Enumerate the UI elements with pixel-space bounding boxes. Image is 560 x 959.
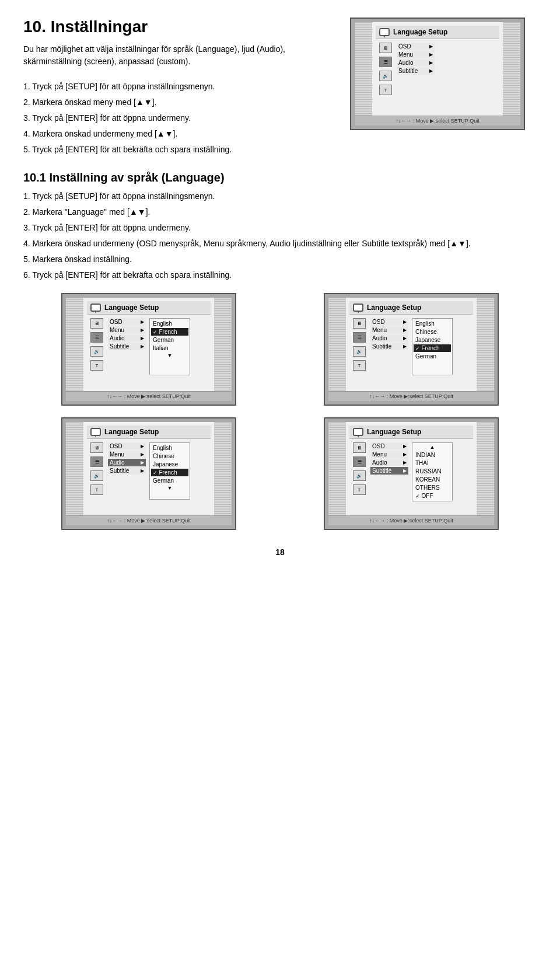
sub-4-up-arrow: ▲ <box>414 444 451 450</box>
section2-title: 10.1 Inställning av språk (Language) <box>23 171 537 184</box>
top-ui-menu-area: 🖥 ☰ 🔊 T OSD ▶ Menu ▶ <box>376 39 499 103</box>
right-dots-3 <box>214 422 232 525</box>
menu-audio-arrow: ▶ <box>429 60 433 65</box>
screen-bottom-2-sidebar: 🖥 ☰ 🔊 T <box>353 318 366 375</box>
speech-bubble-icon-4 <box>353 428 363 436</box>
step2-4: 4. Markera önskad undermeny (OSD menyspr… <box>23 238 537 250</box>
menu-menu-label: Menu <box>398 51 413 58</box>
sub-3-chinese: Chinese <box>151 452 188 460</box>
screen-bottom-2-menu-area: 🖥 ☰ 🔊 T OSD ▶ Menu ▶ <box>349 315 473 379</box>
screen-bottom-2-wrapper: Language Setup 🖥 ☰ 🔊 T OSD ▶ <box>286 293 537 406</box>
screen-bottom-3-wrapper: Language Setup 🖥 ☰ 🔊 T OSD ▶ <box>23 417 274 530</box>
screen-bottom-1-submenu: English French German Italian ▼ <box>149 318 190 375</box>
screen-bottom-3-title: Language Setup <box>104 428 159 436</box>
menu-3-menu: Menu ▶ <box>108 451 146 458</box>
top-ui-screen: Language Setup 🖥 ☰ 🔊 T OSD ▶ <box>350 18 525 130</box>
sub-1-italian: Italian <box>151 344 188 352</box>
step2-5: 5. Markera önskad inställning. <box>23 253 537 266</box>
icon-audio-2: 🔊 <box>353 346 366 357</box>
menu-menu: Menu ▶ <box>397 51 435 58</box>
step-2: 2. Markera önskad meny med [▲▼]. <box>23 96 332 109</box>
screen-bottom-4-titlebar: Language Setup <box>349 426 473 439</box>
icon-audio-3: 🔊 <box>90 470 103 481</box>
screen-bottom-4-menu-area: 🖥 ☰ 🔊 T OSD ▶ Menu ▶ <box>349 439 473 505</box>
menu-4-osd: OSD ▶ <box>370 442 408 450</box>
screen-bottom-1-inner: Language Setup 🖥 ☰ 🔊 T OSD ▶ <box>62 294 235 404</box>
top-ui-titlebar: Language Setup <box>376 26 499 39</box>
screen-bottom-1-menulist: OSD ▶ Menu ▶ Audio ▶ <box>108 318 146 375</box>
sub-3-french: French <box>151 469 188 476</box>
icon-monitor-1: 🖥 <box>90 318 103 329</box>
speech-bubble-icon-3 <box>90 428 101 436</box>
icon-menu-1: ☰ <box>90 332 103 343</box>
menu-2-osd: OSD ▶ <box>370 318 408 326</box>
icon-monitor-4: 🖥 <box>353 442 366 453</box>
screen-bottom-3-titlebar: Language Setup <box>87 426 211 439</box>
menu-osd-label: OSD <box>398 43 411 50</box>
menu-4-audio: Audio ▶ <box>370 459 408 466</box>
right-dots-2 <box>477 298 494 401</box>
step-3: 3. Tryck på [ENTER] för att öppna underm… <box>23 112 332 124</box>
top-sidebar-icons: 🖥 ☰ 🔊 T <box>379 43 392 100</box>
menu-1-menu: Menu ▶ <box>108 326 146 334</box>
screen-bottom-4-menulist: OSD ▶ Menu ▶ Audio ▶ <box>370 442 408 501</box>
sub-1-down-arrow: ▼ <box>151 353 188 358</box>
page-title: 10. Inställningar <box>23 18 332 36</box>
left-dots-2 <box>328 298 346 401</box>
sub-3-japanese: Japanese <box>151 461 188 468</box>
icon-monitor-3: 🖥 <box>90 442 103 453</box>
screen-bottom-2-title: Language Setup <box>367 304 421 312</box>
screen-bottom-1-sidebar: 🖥 ☰ 🔊 T <box>90 318 103 375</box>
screen-bottom-3-menu-area: 🖥 ☰ 🔊 T OSD ▶ Menu ▶ <box>87 439 211 503</box>
icon-menu: ☰ <box>379 57 392 67</box>
icon-audio-4: 🔊 <box>353 470 366 481</box>
screen-bottom-3-submenu: English Chinese Japanese French German ▼ <box>149 442 190 500</box>
screen-bottom-4-submenu: ▲ INDIAN THAI RUSSIAN KOREAN OTHERS OFF <box>412 442 453 501</box>
menu-subtitle-arrow: ▶ <box>429 68 433 74</box>
step2-1: 1. Tryck på [SETUP] för att öppna instäl… <box>23 190 537 203</box>
top-ui-screen-inner: Language Setup 🖥 ☰ 🔊 T OSD ▶ <box>351 19 524 129</box>
menu-2-menu: Menu ▶ <box>370 326 408 334</box>
menu-4-subtitle: Subtitle ▶ <box>370 467 408 475</box>
screen-bottom-4-content: Language Setup 🖥 ☰ 🔊 T OSD ▶ <box>346 422 477 515</box>
screen-bottom-1-content: Language Setup 🖥 ☰ 🔊 T OSD ▶ <box>83 298 214 391</box>
screen-bottom-3-inner: Language Setup 🖥 ☰ 🔊 T OSD ▶ <box>62 419 235 529</box>
icon-menu-4: ☰ <box>353 456 366 467</box>
screen-bottom-2-submenu: English Chinese Japanese French German <box>412 318 453 375</box>
speech-bubble-icon <box>379 28 390 36</box>
speech-bubble-icon-1 <box>90 304 101 312</box>
top-ui-content: Language Setup 🖥 ☰ 🔊 T OSD ▶ <box>372 22 503 116</box>
screen-bottom-4-statusbar: ↑↓←→ : Move ▶:select SETUP:Quit <box>328 515 494 525</box>
icon-sub: T <box>379 85 392 95</box>
menu-2-audio: Audio ▶ <box>370 334 408 342</box>
screen-bottom-4: Language Setup 🖥 ☰ 🔊 T OSD ▶ <box>324 417 499 530</box>
screen-bottom-3-sidebar: 🖥 ☰ 🔊 T <box>90 442 103 500</box>
menu-2-subtitle: Subtitle ▶ <box>370 343 408 350</box>
icon-menu-2: ☰ <box>353 332 366 343</box>
menu-audio-label: Audio <box>398 60 414 66</box>
screen-bottom-1: Language Setup 🖥 ☰ 🔊 T OSD ▶ <box>61 293 236 406</box>
step-1: 1. Tryck på [SETUP] för att öppna instäl… <box>23 81 332 93</box>
screen-bottom-2-inner: Language Setup 🖥 ☰ 🔊 T OSD ▶ <box>325 294 498 404</box>
speech-bubble-icon-2 <box>353 304 363 312</box>
menu-1-subtitle: Subtitle ▶ <box>108 343 146 350</box>
screen-bottom-2-menulist: OSD ▶ Menu ▶ Audio ▶ <box>370 318 408 375</box>
sub-4-off: OFF <box>414 492 451 500</box>
right-dots-1 <box>214 298 232 401</box>
top-statusbar: ↑↓←→ : Move ▶:select SETUP:Quit <box>355 116 520 125</box>
sub-4-russian: RUSSIAN <box>414 468 451 475</box>
icon-sub-1: T <box>90 360 103 371</box>
sub-2-english: English <box>414 320 451 327</box>
right-dots <box>503 22 520 125</box>
sub-2-japanese: Japanese <box>414 336 451 344</box>
menu-3-osd: OSD ▶ <box>108 442 146 450</box>
step2-2: 2. Markera "Language" med [▲▼]. <box>23 206 537 218</box>
top-text: 10. Inställningar Du har möjlighet att v… <box>23 18 332 159</box>
icon-sub-4: T <box>353 484 366 495</box>
screen-bottom-4-title: Language Setup <box>367 428 421 436</box>
screen-bottom-3-statusbar: ↑↓←→ : Move ▶:select SETUP:Quit <box>66 515 232 525</box>
menu-subtitle: Subtitle ▶ <box>397 67 435 75</box>
step2-3: 3. Tryck på [ENTER] för att öppna underm… <box>23 222 537 234</box>
page-number: 18 <box>23 547 537 557</box>
menu-3-audio: Audio ▶ <box>108 459 146 466</box>
